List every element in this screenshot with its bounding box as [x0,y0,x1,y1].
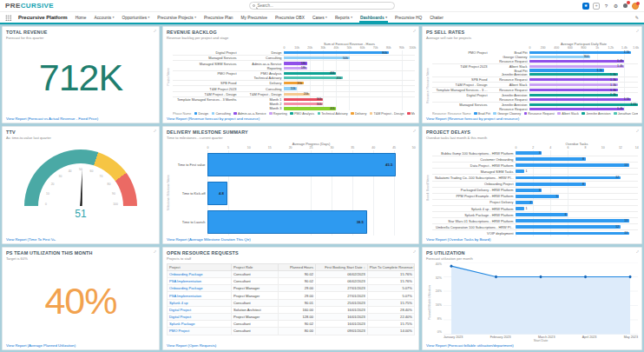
bar[interactable]: 1.4k [529,108,624,110]
nav-tab-opportunities[interactable]: Opportunities▾ [122,16,151,23]
table-row[interactable]: PMO ProjectConsultant80.0009/01/202314.0… [168,328,415,335]
project-link-cell[interactable]: Splunk 4 up [168,299,232,306]
table-row[interactable]: Digital ProjectProject Manager128.0016/0… [168,314,415,321]
bar[interactable]: 8 [516,157,586,161]
legend-item[interactable]: Design [194,112,208,116]
bar[interactable]: 900 [529,56,590,58]
legend-item[interactable]: Albert Slack [557,112,578,116]
help-icon[interactable]: ? [603,3,609,10]
table-row[interactable]: Onboarding PackageProject Manager29.0027… [168,285,415,292]
legend-item[interactable]: Reporting [269,112,287,116]
expand-icon[interactable]: ↕ [635,249,641,255]
bar[interactable]: 6 [516,213,568,216]
project-link-cell[interactable]: PMO Project [168,328,232,335]
bar[interactable]: 18k [284,62,307,64]
view-report-link[interactable]: View Report (Average Planned Utilization… [6,342,155,349]
bar[interactable]: 1.3k [529,94,618,96]
bar[interactable]: 5 [516,195,559,198]
bar[interactable]: 45k [284,76,343,79]
bar[interactable]: 15k [284,82,304,84]
project-link-cell[interactable]: Digital Project [168,314,232,321]
bar[interactable]: 1.4k [529,60,624,63]
view-report-link[interactable]: View Report (Forecast billable utilisati… [426,342,638,349]
bar[interactable]: 13 [516,163,629,167]
add-icon[interactable]: + [593,3,600,10]
legend-item[interactable]: Brad Pitt [474,112,490,116]
project-link-cell[interactable]: PSA Implementation [168,278,232,285]
project-link-cell[interactable]: Splunk Package [168,321,232,328]
bar[interactable]: 1.3k [529,83,618,86]
nav-tab-my-precursive[interactable]: My Precursive [240,16,267,23]
expand-icon[interactable]: ↕ [153,29,158,34]
edit-pencil-icon[interactable]: ✎ [635,15,639,23]
bar[interactable]: 4.8 [207,182,227,205]
table-row[interactable]: Splunk PackageConsultant90.0216/01/20231… [168,321,415,328]
column-header-project-role[interactable]: Project Role [232,263,279,270]
nav-tab-accounts[interactable]: Accounts▾ [94,16,115,23]
bar[interactable]: 10k [284,87,297,90]
global-search[interactable] [249,2,395,10]
legend-item[interactable]: George Clooney [493,112,521,116]
table-row[interactable]: PSA ImplementationConsultant90.0206/02/2… [168,278,415,285]
app-launcher-icon[interactable] [5,15,11,21]
bar[interactable]: 20k [284,93,310,96]
nav-tab-precursive-obx[interactable]: Precursive OBX [274,16,306,23]
bar[interactable]: 3 [516,189,542,192]
legend-item[interactable]: Admin-as-a-Service [233,112,266,116]
bar[interactable]: 1.1k [529,69,604,71]
column-header-project[interactable]: Project [168,263,232,270]
setup-icon[interactable]: ⚙ [613,3,619,10]
legend-item[interactable]: Consulting [212,112,231,116]
expand-icon[interactable]: ↕ [153,129,158,134]
bar[interactable]: 1.3k [529,78,618,81]
bar[interactable]: 2 [516,201,533,204]
nav-tab-precursive-hq[interactable]: Precursive HQ [394,16,423,23]
column-header-plan-to-complete-revenue-days[interactable]: Plan To Complete Revenue Days [367,263,414,270]
bar[interactable]: 3 [516,151,542,155]
legend-item[interactable]: PMO Analysis [290,112,314,116]
nav-tab-chatter[interactable]: Chatter [429,16,444,23]
view-report-link[interactable]: View Report (Forecast vs Actual Revenue … [6,116,155,122]
bar[interactable]: 40k [284,107,336,110]
bar[interactable]: 13 [516,232,629,236]
view-report-link[interactable]: View Report (Revenue forecast by project… [426,116,638,122]
nav-tab-cases[interactable]: Cases▾ [312,16,328,23]
table-row[interactable]: PSA ImplementationProject Manager29.0027… [168,292,415,299]
expand-icon[interactable]: ↕ [635,29,641,34]
bar[interactable]: 12 [516,176,621,180]
table-row[interactable]: Splunk 4 upConsultant90.0125/01/202315.7… [168,299,415,306]
bar[interactable]: 8 [516,183,586,186]
project-link-cell[interactable]: Digital Project [168,306,232,313]
bar[interactable]: 30k [284,103,323,105]
bar[interactable]: 38.5 [207,210,367,234]
notifications-icon[interactable] [622,3,628,10]
bar[interactable]: 50k [284,56,350,59]
bar[interactable]: 1.5k [529,51,631,54]
avatar[interactable] [632,3,639,10]
bar[interactable]: 18k [284,67,307,70]
expand-icon[interactable]: ↕ [635,129,641,134]
bar[interactable]: 80k [284,51,389,54]
bar[interactable]: 1.3k [529,73,618,76]
search-input[interactable] [257,3,391,8]
legend-item[interactable]: Technical Advisory [318,112,348,116]
view-report-link[interactable]: View Report (Average Milestone Duration … [167,236,415,242]
legend-item[interactable]: T&M Project - Design [370,112,404,116]
nav-tab-precursive-plan[interactable]: Precursive Plan [203,16,234,23]
legend-item[interactable]: Resource Request [524,112,555,116]
legend-item[interactable]: Delivery [351,112,366,116]
expand-icon[interactable]: ↕ [412,29,417,34]
nav-tab-dashboards[interactable]: Dashboards▾ [359,16,388,23]
bar[interactable]: 12 [516,225,621,229]
bar[interactable]: 1.3k [529,89,618,91]
legend-item[interactable]: Jennifer Anniston [582,112,610,116]
nav-tab-reports[interactable]: Reports▾ [334,16,353,23]
project-link-cell[interactable]: PSA Implementation [168,292,232,299]
legend-item[interactable]: Jonathan Coma [614,112,638,116]
expand-icon[interactable]: ↕ [153,249,158,255]
nav-tab-home[interactable]: Home [75,16,88,23]
legend-item[interactable]: Month 1 [407,112,415,116]
bar[interactable]: 13 [516,219,629,222]
favorites-icon[interactable]: ★ [582,3,589,10]
bar[interactable]: 1.4k [529,65,624,68]
